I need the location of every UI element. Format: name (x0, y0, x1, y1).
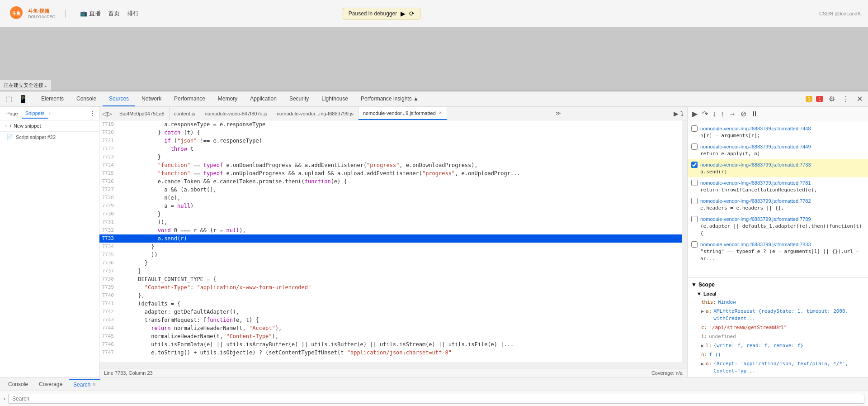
tab-sources[interactable]: Sources (103, 91, 135, 106)
breakpoint-file-2[interactable]: nomodule-vendor-lmg-f6883799.js:formatte… (700, 143, 811, 150)
file-tab-close-icon[interactable]: ✕ (439, 110, 442, 115)
scope-item-this: this: Window (688, 298, 868, 307)
tab-memory[interactable]: Memory (212, 91, 244, 106)
snippet-item[interactable]: 📄 Script snippet #22 (0, 132, 99, 143)
bottom-tab-console[interactable]: Console (4, 379, 33, 389)
bottom-tab-search[interactable]: Search ✕ (69, 379, 100, 390)
scope-header[interactable]: ▼ Scope (688, 280, 868, 290)
nav-live[interactable]: 📺 直播 (80, 10, 101, 18)
breakpoint-checkbox-5[interactable] (691, 198, 698, 204)
file-tab-content[interactable]: content.js (170, 107, 200, 120)
tab-performance-insights[interactable]: Performance insights ▲ (354, 91, 425, 106)
inspect-icon[interactable]: ⬚ (4, 94, 14, 104)
code-nav-actions: ▶ ⤵ (670, 110, 687, 117)
code-area[interactable]: 7719 a.responseType = e.responseType 772… (99, 120, 687, 363)
expand-tabs-icon[interactable]: ≫ (556, 110, 561, 116)
code-line-7720: 7720 } catch (t) { (99, 129, 682, 137)
breakpoint-item-2: nomodule-vendor-lmg-f6883799.js:formatte… (688, 141, 868, 159)
breakpoint-code-6: (e.adapter || defaults_1.adapter)(e).the… (700, 223, 864, 237)
settings-icon[interactable]: ⚙ (827, 94, 837, 104)
expand-a-icon[interactable]: ▶ (701, 308, 704, 315)
expand-l-icon[interactable]: ▶ (701, 342, 704, 349)
horizontal-scrollbar[interactable] (99, 363, 687, 368)
tab-console[interactable]: Console (70, 91, 103, 106)
tab-lighthouse[interactable]: Lighthouse (315, 91, 354, 106)
nav-rank[interactable]: 排行 (127, 10, 139, 18)
code-content: 7719 a.responseType = e.responseType 772… (99, 120, 682, 363)
step-over-button[interactable]: ↷ (701, 109, 709, 119)
scope-section: ▼ Scope ▼ Local this: Window ▶ a: XMLHtt… (688, 277, 868, 377)
breakpoint-file-6[interactable]: nomodule-vendor-lmg-f6883799.js:formatte… (700, 215, 864, 223)
play-icon[interactable]: ▶ (674, 110, 679, 117)
resume-button[interactable]: ▶ (401, 10, 406, 17)
scope-item-a: ▶ a: XMLHttpRequest {readyState: 1, time… (688, 307, 868, 323)
code-line-7740: 7740 }, (99, 291, 682, 300)
step-over-button[interactable]: ⟳ (409, 10, 415, 17)
expand-o-icon[interactable]: ▶ (701, 360, 704, 368)
file-tab-nomodule-vendor-formatted[interactable]: nomodule-vendor...9.js:formatted ✕ (359, 107, 447, 120)
left-tab-page[interactable]: Page (3, 109, 22, 118)
step-next-icon[interactable]: ⤵ (680, 110, 684, 117)
code-scrollbar[interactable] (682, 120, 687, 363)
close-icon[interactable]: ✕ (855, 94, 864, 104)
nav-home[interactable]: 首页 (108, 10, 120, 18)
search-input[interactable] (8, 394, 864, 404)
file-tab-bjq4[interactable]: Bjq4Me0pd0475Ea8 (115, 107, 170, 120)
file-tab-nomodule-vendor-mg[interactable]: nomodule-vendor...mg-f6883799.js (272, 107, 359, 120)
breakpoint-file-5[interactable]: nomodule-vendor-lmg-f6883799.js:formatte… (700, 197, 811, 205)
breakpoint-file-3[interactable]: nomodule-vendor-lmg-f6883799.js:formatte… (700, 161, 811, 168)
step-out-button[interactable]: ↑ (720, 109, 725, 119)
breakpoint-file-4[interactable]: nomodule-vendor-lmg-f6883799.js:formatte… (700, 179, 817, 186)
tab-network[interactable]: Network (135, 91, 168, 106)
breakpoint-checkbox-1[interactable] (691, 125, 698, 132)
breakpoint-code-7: "string" == typeof e ? (e = arguments[1]… (700, 248, 864, 263)
navigate-back-icon[interactable]: ◁ (102, 110, 107, 117)
logo-text: 斗鱼·视频 DOUYUVIDEO (28, 8, 56, 19)
page-content-area: 正在建立安全连接... (0, 27, 868, 91)
deactivate-breakpoints-button[interactable]: ⊘ (740, 109, 747, 119)
code-line-7737: 7737 } (99, 267, 682, 275)
local-chevron-icon: ▼ (697, 291, 702, 296)
local-scope-header[interactable]: ▼ Local (688, 290, 868, 298)
code-line-7731: 7731 )), (99, 218, 682, 226)
breakpoint-item-4: nomodule-vendor-lmg-f6883799.js:formatte… (688, 177, 868, 196)
scope-item-l: ▶ l: {write: f, read: f, remove: f} (688, 341, 868, 350)
step-into-button[interactable]: ↓ (712, 109, 717, 119)
breakpoint-file-1[interactable]: nomodule-vendor-lmg-f6883799.js:formatte… (700, 125, 811, 132)
step-button[interactable]: → (728, 109, 737, 119)
new-snippet-button[interactable]: + + New snippet (0, 120, 99, 132)
more-icon[interactable]: ⋮ (840, 94, 851, 104)
device-icon[interactable]: 📱 (17, 94, 29, 104)
tab-security[interactable]: Security (283, 91, 315, 106)
chevron-right-icon[interactable]: › (49, 111, 51, 116)
breakpoint-checkbox-4[interactable] (691, 180, 698, 186)
pause-on-exceptions-button[interactable]: ⏸ (750, 109, 759, 119)
snippet-icon: 📄 (6, 134, 13, 140)
more-options-button[interactable]: ⋮ (89, 109, 96, 118)
left-tab-snippets[interactable]: Snippets (22, 109, 48, 119)
svg-text:斗鱼: 斗鱼 (12, 11, 21, 16)
left-panel-actions: ⋮ (89, 109, 96, 118)
scope-item-i: i: undefined (688, 332, 868, 341)
search-tab-close-icon[interactable]: ✕ (92, 382, 96, 387)
bottom-tab-coverage[interactable]: Coverage (34, 379, 67, 389)
breakpoint-checkbox-7[interactable] (691, 241, 698, 248)
file-tabs-bar: ◁ ▷ Bjq4Me0pd0475Ea8 content.js nomodule… (99, 107, 687, 120)
code-line-7733: 7733 a.send(r) (99, 234, 682, 243)
tab-elements[interactable]: Elements (35, 91, 70, 106)
navigate-forward-icon[interactable]: ▷ (107, 110, 112, 117)
tab-application[interactable]: Application (244, 91, 283, 106)
tab-performance[interactable]: Performance (168, 91, 212, 106)
debugger-banner: Paused in debugger ▶ ⟳ (343, 8, 420, 19)
breakpoint-code-2: return e.apply(t, n) (700, 150, 811, 158)
file-tab-nomodule-video[interactable]: nomodule-video-847f807c.js (200, 107, 272, 120)
breakpoint-checkbox-6[interactable] (691, 216, 698, 222)
breakpoint-checkbox-3[interactable] (691, 162, 698, 168)
breakpoint-checkbox-2[interactable] (691, 143, 698, 150)
warning-badge: 1 (806, 96, 813, 102)
code-line-7726: 7726 e.cancelToken && e.cancelToken.prom… (99, 177, 682, 186)
scope-item-n: n: f () (688, 350, 868, 359)
resume-debugger-button[interactable]: ▶ (691, 109, 698, 119)
code-line-7744: 7744 return normalizeHeaderName(t, "Acce… (99, 324, 682, 332)
breakpoint-file-7[interactable]: nomodule-vendor-lmg-f6883799.js:formatte… (700, 241, 864, 248)
